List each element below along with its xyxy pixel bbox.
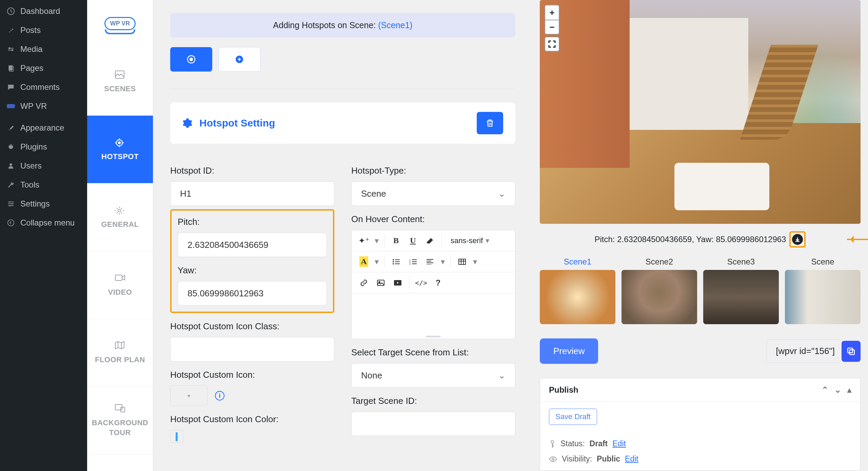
tab-floorplan[interactable]: FLOOR PLAN: [87, 319, 153, 387]
plus-circle-icon: [235, 55, 243, 63]
rte-textcolor-dropdown[interactable]: ▾: [373, 254, 380, 269]
scene-thumb-2[interactable]: Scene2: [622, 257, 697, 324]
scene-link[interactable]: (Scene1): [378, 20, 412, 30]
save-draft-button[interactable]: Save Draft: [549, 409, 597, 425]
svg-point-13: [118, 142, 120, 144]
target-scene-select[interactable]: None ⌄: [351, 363, 515, 388]
rte-bold-button[interactable]: B: [389, 233, 403, 248]
brush-icon: [6, 123, 16, 133]
chevron-down-icon: ⌄: [498, 189, 506, 199]
svg-rect-42: [850, 350, 854, 354]
pitch-yaw-highlight: Pitch: Yaw:: [170, 209, 334, 313]
hotspot-chip-active[interactable]: [170, 47, 212, 72]
yaw-label: Yaw:: [178, 265, 327, 276]
svg-point-19: [190, 58, 193, 61]
scene-thumb-3[interactable]: Scene3: [703, 257, 779, 324]
menu-plugins[interactable]: Plugins: [0, 137, 87, 156]
annotation-arrow: [847, 239, 868, 240]
eye-icon: [549, 456, 557, 462]
grab-coordinates-button[interactable]: [792, 234, 803, 245]
icon-color-swatch[interactable]: [170, 430, 183, 443]
rte-code-button[interactable]: </>: [414, 275, 429, 290]
menu-wpvr[interactable]: WP VR: [0, 97, 87, 116]
menu-pages[interactable]: Pages: [0, 59, 87, 78]
hover-content-label: On Hover Content:: [351, 214, 515, 224]
collapse-icon: [6, 218, 16, 228]
tab-scenes[interactable]: SCENES: [87, 48, 153, 116]
svg-point-23: [393, 263, 394, 264]
rte-table-dropdown[interactable]: ▾: [472, 254, 478, 269]
tab-general[interactable]: GENERAL: [87, 183, 153, 251]
rte-content-area[interactable]: [352, 293, 515, 334]
edit-status-link[interactable]: Edit: [612, 439, 626, 448]
rte-image-button[interactable]: [373, 275, 388, 290]
menu-collapse[interactable]: Collapse menu: [0, 213, 87, 232]
menu-posts[interactable]: Posts: [0, 21, 87, 40]
rte-resize-grip[interactable]: [352, 334, 515, 339]
pitch-label: Pitch:: [178, 217, 327, 227]
scene-thumb-1[interactable]: Scene1: [540, 257, 615, 324]
target-scene-id-label: Target Scene ID:: [351, 396, 515, 406]
info-icon[interactable]: i: [215, 391, 224, 400]
custom-icon-select[interactable]: ▾: [170, 386, 208, 406]
pitch-input[interactable]: [178, 233, 327, 257]
menu-comments[interactable]: Comments: [0, 78, 87, 97]
rte-link-button[interactable]: [356, 275, 371, 290]
copy-shortcode-button[interactable]: [842, 341, 861, 362]
coordinates-readout: Pitch: 2.632084500436659, Yaw: 85.069998…: [595, 235, 786, 244]
panel-toggle-icon[interactable]: ▴: [847, 385, 851, 395]
delete-hotspot-button[interactable]: [477, 112, 503, 134]
panel-down-icon[interactable]: ⌄: [834, 385, 841, 395]
rte-eraser-button[interactable]: [422, 233, 437, 248]
hotspot-type-select[interactable]: Scene ⌄: [351, 181, 515, 206]
pages-icon: [6, 63, 16, 73]
scene-thumb-4[interactable]: Scene: [785, 257, 861, 324]
rte-align-button[interactable]: [422, 254, 437, 269]
tab-hotspot[interactable]: HOTSPOT: [87, 116, 153, 183]
panorama-preview[interactable]: + −: [540, 0, 861, 224]
svg-point-1: [8, 47, 11, 50]
rte-ol-button[interactable]: 123: [406, 254, 420, 269]
rte-textcolor-button[interactable]: A: [356, 254, 371, 269]
svg-rect-33: [427, 259, 433, 260]
svg-rect-26: [395, 263, 400, 264]
fullscreen-icon: [548, 40, 556, 48]
rte-font-select[interactable]: sans-serif▾: [446, 236, 494, 245]
svg-rect-34: [427, 261, 431, 261]
yaw-input[interactable]: [178, 281, 327, 306]
target-scene-id-input[interactable]: [351, 412, 515, 436]
zoom-in-button[interactable]: +: [545, 5, 559, 20]
svg-text:3: 3: [409, 263, 411, 265]
icon-class-input[interactable]: [170, 337, 334, 361]
rte-help-button[interactable]: ?: [431, 275, 446, 290]
panel-up-icon[interactable]: ⌃: [822, 385, 828, 395]
rte-table-button[interactable]: [455, 254, 470, 269]
svg-rect-41: [848, 348, 852, 353]
rte-video-button[interactable]: [390, 275, 405, 290]
image-icon: [115, 70, 125, 81]
preview-button[interactable]: Preview: [540, 338, 598, 364]
zoom-out-button[interactable]: −: [545, 20, 559, 34]
rte-wand-icon[interactable]: ✦⁺: [356, 233, 371, 248]
tab-video[interactable]: VIDEO: [87, 251, 153, 319]
menu-appearance[interactable]: Appearance: [0, 118, 87, 137]
fullscreen-button[interactable]: [545, 37, 559, 52]
menu-settings[interactable]: Settings: [0, 194, 87, 213]
menu-media[interactable]: Media: [0, 40, 87, 59]
rte-wand-dropdown[interactable]: ▾: [373, 233, 380, 248]
rte-underline-button[interactable]: U: [406, 233, 420, 248]
edit-visibility-link[interactable]: Edit: [625, 454, 638, 464]
tab-background-tour[interactable]: BACKGROUND TOUR: [87, 387, 153, 455]
hotspot-id-input[interactable]: [170, 181, 334, 206]
svg-rect-37: [459, 259, 466, 264]
user-icon: [6, 161, 16, 171]
hotspot-id-label: Hotspot ID:: [170, 165, 334, 176]
menu-users[interactable]: Users: [0, 156, 87, 175]
rte-ul-button[interactable]: [389, 254, 403, 269]
copy-icon: [847, 347, 855, 356]
menu-tools[interactable]: Tools: [0, 175, 87, 194]
menu-dashboard[interactable]: Dashboard: [0, 2, 87, 21]
svg-rect-25: [395, 261, 400, 262]
rte-align-dropdown[interactable]: ▾: [439, 254, 446, 269]
hotspot-chip-add[interactable]: [218, 47, 260, 72]
